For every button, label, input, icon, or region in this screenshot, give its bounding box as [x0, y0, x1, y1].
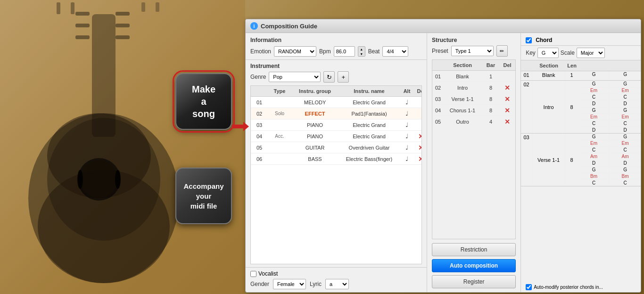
row-name: Electric Grand [339, 121, 400, 129]
bpm-up-button[interactable]: ▲ [358, 47, 365, 51]
instrument-table-header: Type Instru. group Instru. name Alt Del [251, 86, 421, 97]
preset-select[interactable]: Type 1 Type 2 Type 3 [451, 46, 494, 56]
svg-rect-20 [156, 2, 159, 12]
chord-item[interactable]: Bm [610, 173, 641, 179]
make-song-label: Make a song [192, 83, 215, 120]
instrument-row-04: 04 Acc. PIANO Electric Grand ♩ ✕ [251, 131, 421, 142]
srow-del[interactable]: ✕ [500, 94, 514, 104]
row-alt[interactable]: ♩ [400, 143, 414, 152]
srow-del [500, 76, 514, 77]
chord-item[interactable]: D [578, 101, 610, 107]
chord-item[interactable]: D [610, 160, 641, 166]
del-button-04[interactable]: ✕ [418, 133, 421, 140]
chord-item[interactable]: Am [578, 153, 610, 160]
del-struct-04[interactable]: ✕ [504, 107, 510, 114]
srow-del[interactable]: ✕ [500, 83, 514, 92]
row-del[interactable]: ✕ [414, 132, 421, 141]
chord-item[interactable]: G [610, 134, 641, 140]
chord-section-03: 03 Verse 1-1 8 G G Em Em C [521, 134, 641, 186]
srow-del[interactable]: ✕ [500, 106, 514, 115]
row-type [268, 158, 291, 160]
chord-item[interactable]: D [610, 101, 641, 107]
chord-item[interactable]: Em [578, 140, 610, 146]
chord-item[interactable]: C [610, 94, 641, 100]
vocalist-checkbox[interactable] [250, 271, 256, 277]
alt-note-button-06[interactable]: ♩ [405, 155, 408, 162]
add-instrument-button[interactable]: + [338, 71, 349, 83]
chord-item[interactable]: Em [610, 140, 641, 146]
chord-item[interactable]: G [578, 71, 610, 80]
make-song-button[interactable]: Make a song [175, 73, 232, 130]
chord-item[interactable]: G [578, 81, 610, 87]
chord-item[interactable]: C [578, 180, 610, 186]
auto-composition-button[interactable]: Auto composition [432, 259, 516, 272]
chord-item[interactable]: D [610, 127, 641, 133]
del-struct-05[interactable]: ✕ [504, 118, 510, 126]
del-button-06[interactable]: ✕ [418, 155, 421, 163]
chord-item[interactable]: C [578, 94, 610, 100]
chord-col-len: Len [565, 62, 578, 69]
chord-item[interactable]: C [578, 120, 610, 126]
del-struct-03[interactable]: ✕ [504, 95, 510, 103]
gender-label: Gender [250, 281, 269, 287]
row-alt[interactable]: ♩ [400, 109, 414, 118]
chord-checkbox[interactable] [526, 37, 532, 43]
key-select[interactable]: GCDE [537, 48, 559, 58]
row-del[interactable]: ✕ [414, 143, 421, 152]
bpm-spinner[interactable]: ▲ ▼ [358, 46, 365, 57]
chord-item[interactable]: G [578, 167, 610, 173]
gender-select[interactable]: Female Male [273, 279, 306, 289]
chord-sec-num-01: 01 [521, 71, 532, 80]
chord-item[interactable]: G [578, 107, 610, 113]
chord-item[interactable]: D [578, 160, 610, 166]
chord-sec-num-02: 02 [521, 81, 532, 133]
lyric-select[interactable]: a la na [325, 279, 349, 289]
chord-item[interactable]: C [610, 120, 641, 126]
row-alt[interactable]: ♩ [400, 154, 414, 163]
beat-select[interactable]: 4/4 3/4 6/8 [382, 46, 408, 57]
chord-item[interactable]: Am [610, 153, 641, 160]
alt-note-button-04[interactable]: ♩ [405, 133, 408, 140]
chord-item[interactable]: Em [610, 87, 641, 93]
alt-note-button-02[interactable]: ♩ [405, 110, 408, 117]
chord-item[interactable]: G [610, 107, 641, 113]
del-struct-02[interactable]: ✕ [504, 84, 510, 92]
chord-item[interactable]: Bm [578, 173, 610, 179]
accompany-button[interactable]: Accompany your midi file [175, 168, 232, 224]
chord-item[interactable]: Em [578, 87, 610, 93]
alt-note-button-01[interactable]: ♩ [405, 99, 408, 106]
row-alt[interactable]: ♩ [400, 132, 414, 141]
register-button[interactable]: Register [432, 275, 516, 288]
edit-preset-button[interactable]: ✏ [496, 45, 508, 57]
srow-num: 03 [432, 95, 444, 103]
chord-item[interactable]: Em [578, 114, 610, 120]
chord-item[interactable]: G [610, 167, 641, 173]
restriction-button[interactable]: Restriction [432, 243, 516, 256]
refresh-genre-button[interactable]: ↻ [323, 71, 335, 83]
chord-item[interactable]: Em [610, 114, 641, 120]
chord-item[interactable]: C [610, 147, 641, 153]
row-alt[interactable]: ♩ [400, 98, 414, 107]
structure-scroll-area: Section Bar Del 01 Blank 1 02 Intro 8 ✕ [432, 59, 516, 239]
srow-del[interactable]: ✕ [500, 117, 514, 126]
chord-item[interactable]: D [578, 127, 610, 133]
emotion-select[interactable]: RANDOM HAPPY SAD CALM [274, 46, 316, 57]
auto-modify-checkbox[interactable] [526, 284, 532, 290]
row-alt[interactable]: ♩ [400, 120, 414, 129]
chord-item[interactable]: C [578, 147, 610, 153]
alt-note-button-03[interactable]: ♩ [405, 121, 408, 128]
row-type [268, 101, 291, 103]
genre-select[interactable]: Pop Rock Jazz [269, 72, 321, 82]
bpm-down-button[interactable]: ▼ [358, 51, 365, 56]
chord-item[interactable]: C [610, 180, 641, 186]
chord-item[interactable]: G [578, 134, 610, 140]
chord-item[interactable]: G [610, 71, 641, 80]
chord-item[interactable]: G [610, 81, 641, 87]
del-button-05[interactable]: ✕ [418, 144, 421, 151]
row-del[interactable]: ✕ [414, 154, 421, 164]
beat-label: Beat [368, 48, 380, 55]
alt-note-button-05[interactable]: ♩ [405, 144, 408, 151]
bpm-input[interactable] [334, 46, 355, 57]
scale-select[interactable]: MajorMinor [577, 48, 605, 58]
genre-label: Genre [250, 74, 266, 80]
